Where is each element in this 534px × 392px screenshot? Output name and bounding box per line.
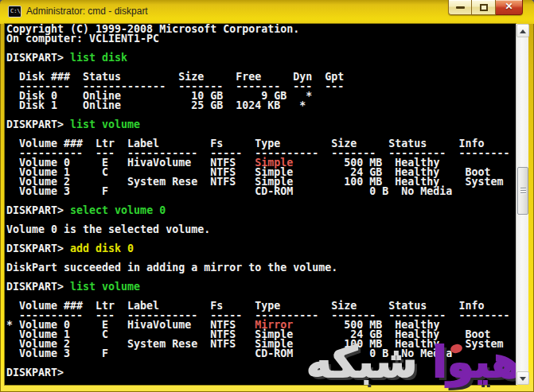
console-line: Volume 0 is the selected volume.: [6, 225, 516, 235]
window-controls: ✕: [448, 0, 523, 16]
watermark-word-hiva: هیوا: [432, 337, 521, 387]
console-output[interactable]: Copyright (C) 1999-2008 Microsoft Corpor…: [5, 24, 516, 385]
arrow-down-icon: [520, 377, 526, 381]
cmd-icon: C:\: [8, 6, 21, 17]
maximize-icon: [480, 4, 488, 11]
vertical-scrollbar[interactable]: [516, 24, 528, 385]
console-line: DISKPART> select volume 0: [6, 206, 516, 215]
console-line: Volume 3 F CD-ROM 0 B No Media: [6, 187, 516, 196]
watermark-word-shabake: شبکه: [306, 337, 417, 387]
close-icon: ✕: [496, 1, 522, 12]
console-line: DISKPART> list volume: [6, 282, 516, 292]
arrow-up-icon: [520, 29, 526, 33]
close-button[interactable]: ✕: [496, 0, 523, 15]
maximize-button[interactable]: [472, 0, 496, 15]
console-line: DiskPart succeeded in adding a mirror to…: [6, 263, 516, 273]
minimize-button[interactable]: [448, 0, 472, 15]
console-line: Disk 1 Online 25 GB 1024 KB *: [6, 101, 516, 111]
window-title: Administrator: cmd - diskpart: [26, 6, 148, 17]
console-line: DISKPART> list volume: [6, 120, 516, 130]
cmd-window: C:\ Administrator: cmd - diskpart ✕ Copy…: [0, 0, 534, 392]
title-bar[interactable]: C:\ Administrator: cmd - diskpart ✕: [0, 0, 534, 24]
minimize-icon: [456, 6, 465, 9]
console-line: On computer: VCLIENT1-PC: [6, 34, 516, 44]
watermark: هیوا شبکه: [306, 333, 521, 392]
scroll-up-button[interactable]: [516, 24, 529, 37]
console-line: DISKPART> add disk 0: [6, 244, 516, 254]
scroll-down-button[interactable]: [516, 371, 529, 385]
cmd-icon-text: C:\: [10, 8, 21, 14]
scrollbar-thumb[interactable]: [517, 167, 528, 215]
scrollbar-grip-icon: [520, 188, 526, 195]
console-line: DISKPART> list disk: [6, 53, 516, 63]
